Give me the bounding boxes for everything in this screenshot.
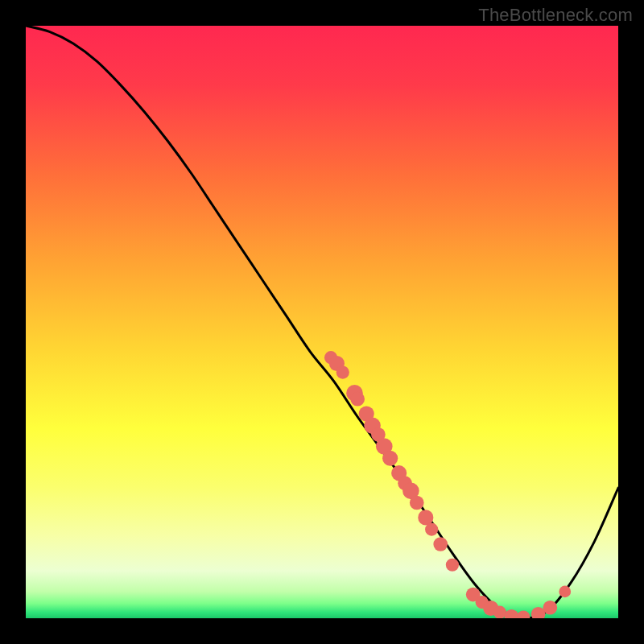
data-point	[543, 601, 558, 615]
curve-line	[26, 26, 618, 618]
watermark-text: TheBottleneck.com	[478, 5, 633, 26]
data-point	[446, 559, 459, 572]
data-point	[559, 586, 571, 598]
data-point	[382, 451, 398, 466]
data-point	[336, 365, 349, 378]
data-point	[433, 537, 448, 551]
chart-container	[26, 26, 618, 618]
data-point	[425, 523, 438, 536]
data-point	[350, 392, 365, 407]
chart-svg	[26, 26, 618, 618]
data-point	[505, 609, 519, 618]
scatter-points	[324, 351, 571, 618]
data-point	[493, 606, 506, 618]
data-point	[410, 496, 424, 510]
data-point	[517, 610, 530, 618]
